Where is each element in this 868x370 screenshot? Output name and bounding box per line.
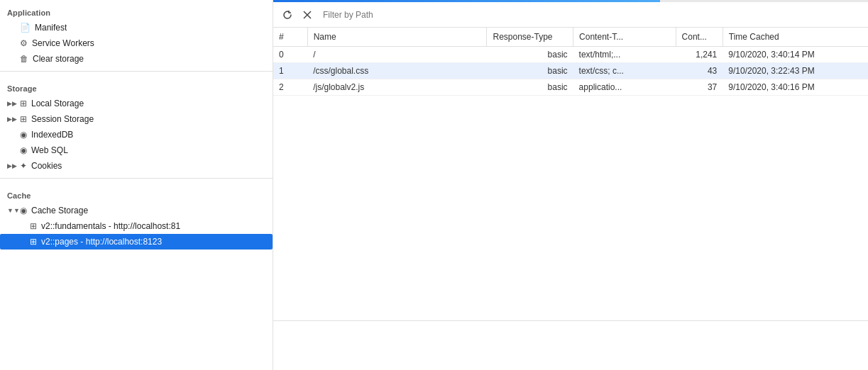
- cache-section-title: Cache: [0, 183, 273, 203]
- sidebar-item-local-storage-label: Local Storage: [31, 99, 84, 108]
- cell-time-cached: 9/10/2020, 3:40:14 PM: [723, 47, 868, 63]
- cell-content-type: applicatio...: [573, 79, 676, 96]
- sidebar-item-indexeddb[interactable]: ◉ IndexedDB: [0, 127, 273, 142]
- grid-icon-session: ⊞: [20, 114, 27, 124]
- col-header-cont: Cont...: [676, 28, 723, 47]
- col-header-content-type: Content-T...: [573, 28, 676, 47]
- progress-bar: [273, 0, 660, 2]
- cell-content-type: text/css; c...: [573, 63, 676, 79]
- cookie-icon: ✦: [20, 161, 27, 171]
- refresh-button[interactable]: [279, 6, 296, 23]
- grid-icon-pages: ⊞: [30, 237, 37, 247]
- cell-name: /css/global.css: [307, 63, 487, 79]
- sidebar-item-web-sql[interactable]: ◉ Web SQL: [0, 142, 273, 158]
- divider-2: [0, 178, 273, 179]
- col-header-num: #: [273, 28, 307, 47]
- grid-icon-local: ⊞: [20, 99, 27, 108]
- sidebar-item-session-storage[interactable]: ▶ ⊞ Session Storage: [0, 111, 273, 127]
- bottom-pane: [273, 320, 868, 370]
- document-icon: 📄: [20, 23, 31, 33]
- filter-input[interactable]: [319, 10, 862, 20]
- storage-section-title: Storage: [0, 76, 273, 96]
- cell-response-type: basic: [487, 79, 573, 96]
- sidebar-item-clear-storage[interactable]: 🗑 Clear storage: [0, 51, 273, 67]
- table-body: 0 / basic text/html;... 1,241 9/10/2020,…: [273, 47, 868, 96]
- table-container: # Name Response-Type Content-T... Cont..…: [273, 28, 868, 320]
- progress-bar-container: [273, 0, 868, 2]
- sidebar-section-cache: Cache ▼ ◉ Cache Storage ⊞ v2::fundamenta…: [0, 183, 273, 250]
- sidebar-item-clear-storage-label: Clear storage: [33, 54, 84, 64]
- sidebar-item-cookies-label: Cookies: [31, 161, 62, 171]
- col-header-response-type: Response-Type: [487, 28, 573, 47]
- sidebar-item-service-workers-label: Service Workers: [32, 38, 94, 48]
- cell-content-type: text/html;...: [573, 47, 676, 63]
- cache-table: # Name Response-Type Content-T... Cont..…: [273, 28, 868, 96]
- cell-cont: 1,241: [676, 47, 723, 63]
- sidebar-section-application: Application 📄 Manifest ⚙ Service Workers…: [0, 0, 273, 67]
- sidebar-item-cookies[interactable]: ▶ ✦ Cookies: [0, 158, 273, 174]
- sidebar: Application 📄 Manifest ⚙ Service Workers…: [0, 0, 273, 370]
- sidebar-item-cache-storage-label: Cache Storage: [31, 206, 88, 215]
- cell-name: /js/globalv2.js: [307, 79, 487, 96]
- grid-icon-fund: ⊞: [30, 221, 37, 231]
- main-content: # Name Response-Type Content-T... Cont..…: [273, 0, 868, 370]
- trash-icon: 🗑: [20, 54, 28, 64]
- table-row[interactable]: 0 / basic text/html;... 1,241 9/10/2020,…: [273, 47, 868, 63]
- sidebar-item-v2-fundamentals-label: v2::fundamentals - http://localhost:81: [41, 221, 180, 231]
- cell-num: 1: [273, 63, 307, 79]
- sidebar-item-service-workers[interactable]: ⚙ Service Workers: [0, 35, 273, 51]
- cache-storage-arrow: ▼: [7, 207, 17, 214]
- cell-num: 0: [273, 47, 307, 63]
- application-section-title: Application: [0, 0, 273, 20]
- col-header-time-cached: Time Cached: [723, 28, 868, 47]
- sidebar-item-manifest-label: Manifest: [35, 23, 67, 33]
- sidebar-item-indexeddb-label: IndexedDB: [31, 130, 73, 140]
- toolbar: [273, 2, 868, 28]
- cell-cont: 37: [676, 79, 723, 96]
- db-icon-sql: ◉: [20, 145, 27, 155]
- session-storage-arrow: ▶: [7, 116, 17, 123]
- sidebar-item-v2-pages-label: v2::pages - http://localhost:8123: [41, 237, 162, 247]
- cell-num: 2: [273, 79, 307, 96]
- divider-1: [0, 71, 273, 72]
- local-storage-arrow: ▶: [7, 100, 17, 107]
- clear-button[interactable]: [299, 6, 316, 23]
- sidebar-item-local-storage[interactable]: ▶ ⊞ Local Storage: [0, 96, 273, 111]
- cell-time-cached: 9/10/2020, 3:40:16 PM: [723, 79, 868, 96]
- db-icon-cache: ◉: [20, 206, 27, 215]
- cookies-arrow: ▶: [7, 162, 17, 169]
- cell-time-cached: 9/10/2020, 3:22:43 PM: [723, 63, 868, 79]
- sidebar-item-session-storage-label: Session Storage: [31, 114, 94, 124]
- sidebar-item-v2-fundamentals[interactable]: ⊞ v2::fundamentals - http://localhost:81: [0, 218, 273, 234]
- table-header-row: # Name Response-Type Content-T... Cont..…: [273, 28, 868, 47]
- cell-cont: 43: [676, 63, 723, 79]
- table-row[interactable]: 2 /js/globalv2.js basic applicatio... 37…: [273, 79, 868, 96]
- cell-response-type: basic: [487, 47, 573, 63]
- gear-icon: ⚙: [20, 38, 28, 48]
- sidebar-item-manifest[interactable]: 📄 Manifest: [0, 20, 273, 35]
- sidebar-item-v2-pages[interactable]: ⊞ v2::pages - http://localhost:8123: [0, 234, 273, 250]
- sidebar-item-web-sql-label: Web SQL: [31, 145, 68, 155]
- cell-name: /: [307, 47, 487, 63]
- sidebar-item-cache-storage[interactable]: ▼ ◉ Cache Storage: [0, 203, 273, 218]
- table-row[interactable]: 1 /css/global.css basic text/css; c... 4…: [273, 63, 868, 79]
- cell-response-type: basic: [487, 63, 573, 79]
- col-header-name: Name: [307, 28, 487, 47]
- db-icon-indexed: ◉: [20, 130, 27, 140]
- sidebar-section-storage: Storage ▶ ⊞ Local Storage ▶ ⊞ Session St…: [0, 76, 273, 174]
